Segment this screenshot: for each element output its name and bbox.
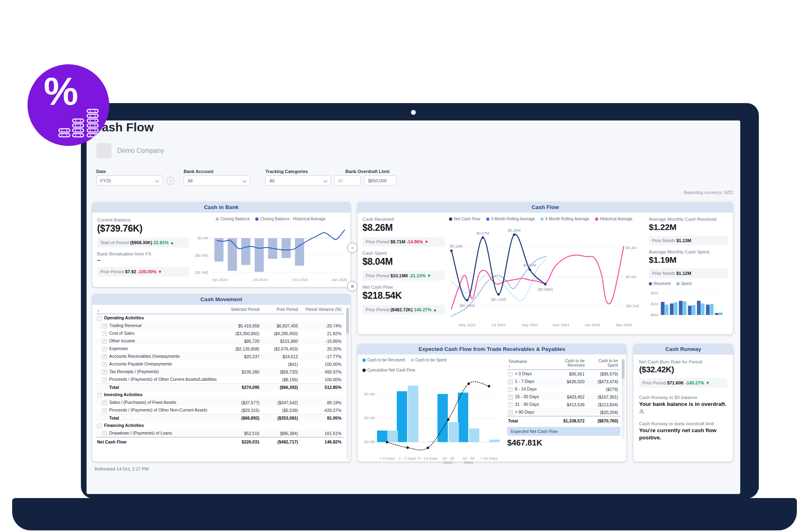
- table-cell: [551, 408, 587, 416]
- table-cell: $20,237: [219, 353, 262, 360]
- column-header[interactable]: Timeframe ▲: [507, 357, 551, 370]
- legend-dot-icon: [486, 217, 489, 221]
- bank-account-filter-label: Bank Account: [184, 169, 214, 174]
- table-row[interactable]: +Sales / (Purchases) of Fixed Assets($37…: [96, 399, 344, 406]
- table-row[interactable]: +Trading Revenue$5,419,558$6,837,455-20.…: [96, 322, 344, 329]
- scrollbar-track[interactable]: [346, 307, 349, 459]
- prior-period-strip: Prior Period $7.92 -100.00% ▼: [97, 267, 189, 277]
- svg-text:Sep 2024: Sep 2024: [521, 323, 538, 327]
- legend-item: Net Cash Flow: [449, 217, 481, 221]
- table-cell: [262, 314, 300, 322]
- table-row[interactable]: +1 - 7 Days$426,020($473,474): [507, 378, 621, 385]
- table-row[interactable]: −Operating Activities: [96, 314, 344, 322]
- chart-legend: Closing BalanceClosing Balance - Histori…: [193, 217, 349, 221]
- collapse-button[interactable]: −: [347, 243, 358, 253]
- table-row[interactable]: +Proceeds / (Payments) of Other Non-Curr…: [96, 406, 344, 414]
- svg-text:$0.2M: $0.2M: [626, 245, 636, 250]
- sort-ascending-icon: ▲: [97, 309, 217, 312]
- table-cell: [262, 422, 300, 429]
- prior-period-strip: Prior Period $9.71M -14.96% ▼: [362, 237, 445, 247]
- fx-label: Bank Revaluation from FX: [97, 251, 189, 256]
- table-row[interactable]: +Cost of Sales($3,350,892)($4,285,950)21…: [96, 329, 344, 337]
- table-cell: $274,095: [219, 384, 262, 391]
- table-row[interactable]: +8 - 14 Days($279): [507, 385, 621, 393]
- table-row[interactable]: +Expenses($2,135,808)($2,676,453)20.20%: [96, 345, 344, 353]
- column-header[interactable]: Cash to be Received: [551, 357, 587, 370]
- cash-movement-table: ▲ Selected Period Prior Period Period Va…: [96, 306, 344, 445]
- svg-text:Jan 2025: Jan 2025: [331, 277, 347, 282]
- received-spent-mini-chart: $2M$1M$0M: [649, 287, 725, 318]
- cash-flow-chart: $0.2M$0.0M($0.2M)May 2024Jul 2024Sep 202…: [447, 221, 643, 329]
- svg-text:Jul 2024: Jul 2024: [253, 277, 267, 282]
- bank-account-select-value: All: [188, 178, 193, 183]
- column-header[interactable]: Cash to be Spent: [587, 357, 621, 370]
- cash-flow-kpis-left: Cash Received $8.26M Prior Period $9.71M…: [362, 213, 445, 331]
- current-balance-value: ($739.76K): [97, 223, 189, 234]
- table-row[interactable]: −Financing Activities: [96, 422, 344, 429]
- legend-dot-icon: [449, 217, 452, 221]
- table-row[interactable]: +15 - 30 Days$403,452($167,391): [507, 393, 621, 401]
- legend-item: 3 Month Rolling Average: [486, 217, 535, 221]
- tracking-categories-select[interactable]: All: [265, 175, 331, 186]
- table-row[interactable]: +Proceeds / (Payments) of Other Current …: [96, 376, 344, 384]
- info-icon[interactable]: i: [167, 177, 174, 185]
- overdraft-limit-input[interactable]: $850,000: [364, 175, 396, 186]
- scrollbar-track[interactable]: [622, 359, 625, 439]
- legend-dot-icon: [216, 217, 219, 221]
- table-cell: ($29,315): [219, 406, 262, 414]
- date-select[interactable]: FY25: [96, 175, 163, 186]
- legend-dot-icon: [362, 359, 366, 362]
- table-row[interactable]: Total$1,338,572($870,760): [507, 416, 621, 425]
- panel-title: Cash Movement: [92, 294, 350, 305]
- table-row[interactable]: +Tax Receipts / (Payments)$235,280($59,7…: [96, 368, 344, 376]
- scrollbar-thumb[interactable]: [346, 308, 349, 334]
- scrollbar-thumb[interactable]: [622, 359, 625, 379]
- legend-item: Cash to be Received: [362, 358, 405, 362]
- table-row[interactable]: Total($66,892)($353,081)81.05%: [96, 414, 344, 422]
- table-row[interactable]: +Accounts Payable Overpayments($41)100.0…: [96, 360, 344, 368]
- legend-item: Historical Average: [595, 217, 632, 221]
- svg-text:$2M: $2M: [651, 291, 659, 295]
- svg-text:1 - 7 Days: 1 - 7 Days: [399, 456, 417, 460]
- fx-value: --: [97, 257, 189, 263]
- legend-item: 6 Month Rolling Average: [540, 217, 589, 221]
- panel-title: Cash Runway: [633, 344, 733, 355]
- svg-text:Oct 2024: Oct 2024: [292, 277, 308, 282]
- legend-item: Closing Balance: [216, 217, 250, 221]
- bank-account-select[interactable]: All: [184, 175, 250, 186]
- prior-period-strip: Prior Period $71.60K -145.27% ▼: [639, 378, 727, 388]
- table-row[interactable]: +Accounts Receivables Overpayments$20,23…: [96, 353, 344, 360]
- table-row[interactable]: +31 - 90 Days$413,539($113,834): [507, 401, 621, 408]
- table-row[interactable]: +Other Income$85,720$101,860-15.85%: [96, 337, 344, 345]
- column-header[interactable]: Period Variance (%): [301, 306, 344, 314]
- table-row[interactable]: +> 90 Days($20,204): [507, 408, 621, 416]
- start-of-period-strip: Start of Period ($958.30K) 22.81% ▲: [97, 238, 189, 247]
- menu-button[interactable]: ≡: [347, 281, 358, 291]
- legend-dot-icon: [649, 282, 652, 285]
- column-header[interactable]: ▲: [96, 306, 219, 314]
- overdraft-min-input[interactable]: $0: [334, 175, 361, 186]
- overdraft-limit-label: Bank Overdraft Limit: [345, 169, 390, 174]
- table-cell: ($5,539): [262, 406, 300, 414]
- table-cell: ($3,350,892): [219, 329, 262, 337]
- svg-text:($0.16M): ($0.16M): [460, 303, 475, 308]
- laptop-camera-dot: [411, 110, 416, 115]
- runway-label: Cash Runway to bank overdraft limit: [639, 421, 727, 426]
- avg-monthly-spent-value: $1.19M: [649, 255, 728, 265]
- company-logo-placeholder: [96, 143, 112, 158]
- prior-month-strip: Prior Month $1.12M: [649, 268, 728, 278]
- panel-title: Cash Flow: [358, 202, 733, 213]
- table-row[interactable]: +< 0 Days$95,561($95,579): [507, 370, 621, 378]
- table-row[interactable]: Total$274,095($66,392)512.85%: [96, 384, 344, 391]
- svg-text:$0.4M: $0.4M: [364, 392, 375, 396]
- table-row[interactable]: Net Cash Flow$226,031($482,717)146.82%: [96, 437, 344, 446]
- table-cell: ($95,579): [587, 370, 621, 378]
- laptop-base: [12, 498, 797, 530]
- table-cell: ($167,391): [587, 393, 621, 401]
- table-row[interactable]: +Drawdown / (Payments) of Loans$52,515($…: [96, 429, 344, 437]
- column-header[interactable]: Selected Period: [219, 306, 262, 314]
- tracking-categories-filter-label: Tracking Categories: [265, 169, 308, 174]
- table-row[interactable]: −Investing Activities: [96, 391, 344, 399]
- column-header[interactable]: Prior Period: [262, 306, 300, 314]
- mini-chart-legend: ReceivedSpent: [649, 281, 728, 286]
